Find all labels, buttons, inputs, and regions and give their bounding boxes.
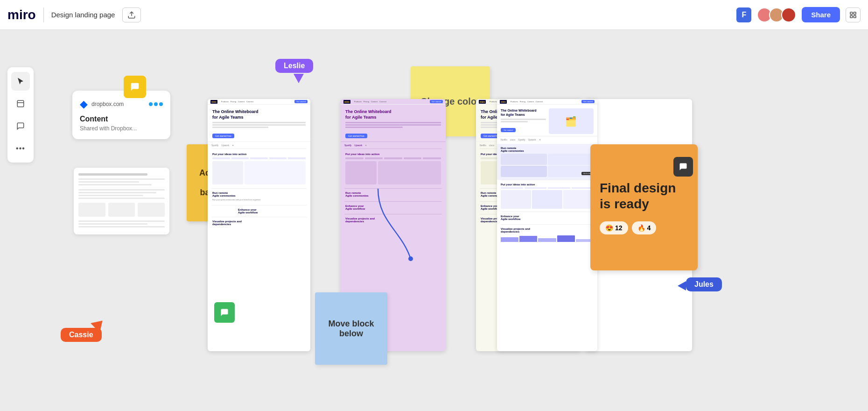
reaction-2: 🔥 4 xyxy=(632,221,657,234)
dropbox-logo-row: ◆ dropbox.com xyxy=(80,98,163,110)
emoji-icon: 😍 xyxy=(605,224,613,232)
svg-rect-5 xyxy=(17,100,24,107)
cursor-tool[interactable] xyxy=(11,72,30,91)
topbar-divider xyxy=(43,7,44,22)
yellow-comment-bubble xyxy=(124,76,146,98)
upload-button[interactable] xyxy=(122,7,141,22)
topbar: miro Design landing page F Share xyxy=(0,0,868,30)
sidebar-tools: ••• xyxy=(7,67,34,163)
green-sticky-small xyxy=(214,302,235,323)
cassie-label-area: Cassie xyxy=(61,328,102,342)
reaction-1: 😍 12 xyxy=(600,221,628,234)
page-title: Design landing page xyxy=(51,11,115,19)
reaction-count-1: 12 xyxy=(615,224,623,232)
reaction-count-2: 4 xyxy=(647,224,651,232)
fire-icon: 🔥 xyxy=(637,224,645,232)
jules-cursor xyxy=(678,281,686,291)
wireframe-card xyxy=(74,168,169,234)
leslie-label-area: Leslie xyxy=(275,59,313,73)
dropbox-icon: ◆ xyxy=(80,98,88,110)
avatar-group xyxy=(757,7,796,22)
final-design-sticky: Final design is ready 😍 12 🔥 4 xyxy=(590,144,698,270)
svg-rect-1 xyxy=(850,12,853,14)
webpage-mockup-1: miro Products Pricing Content Connect Ge… xyxy=(208,99,310,351)
topbar-right: F Share xyxy=(736,7,861,22)
svg-rect-3 xyxy=(850,15,853,18)
miro-logo: miro xyxy=(7,7,36,22)
final-design-text: Final design is ready xyxy=(600,180,688,212)
comment-icon xyxy=(673,157,693,177)
leslie-label: Leslie xyxy=(275,59,313,73)
webpage-mockup-4: miro Products Pricing Content Connect Ge… xyxy=(497,99,597,351)
dropbox-content-title: Content xyxy=(80,115,163,123)
reaction-row: 😍 12 🔥 4 xyxy=(600,221,656,234)
menu-icon[interactable] xyxy=(846,7,861,22)
dropbox-card: ◆ dropbox.com Content Shared with Dropbo… xyxy=(72,91,170,139)
jules-label-area: Jules xyxy=(686,277,722,291)
logo-area: miro xyxy=(7,7,36,22)
jules-label: Jules xyxy=(686,277,722,291)
cassie-label: Cassie xyxy=(61,328,102,342)
miro-icon: F xyxy=(736,7,751,22)
sticky-note-tool[interactable] xyxy=(11,94,30,113)
more-tools[interactable]: ••• xyxy=(11,139,30,158)
leslie-cursor xyxy=(294,74,304,83)
avatar-3 xyxy=(781,7,796,22)
svg-rect-4 xyxy=(854,15,856,18)
share-button[interactable]: Share xyxy=(802,7,840,22)
move-block-sticky: Move block below xyxy=(315,292,387,365)
dropbox-content-sub: Shared with Dropbox... xyxy=(80,125,163,132)
comment-tool[interactable] xyxy=(11,117,30,135)
dropbox-url: dropbox.com xyxy=(91,101,124,107)
svg-rect-2 xyxy=(854,12,856,14)
canvas[interactable]: ••• ◆ dropbox.com Content Shared with Dr… xyxy=(0,30,868,411)
